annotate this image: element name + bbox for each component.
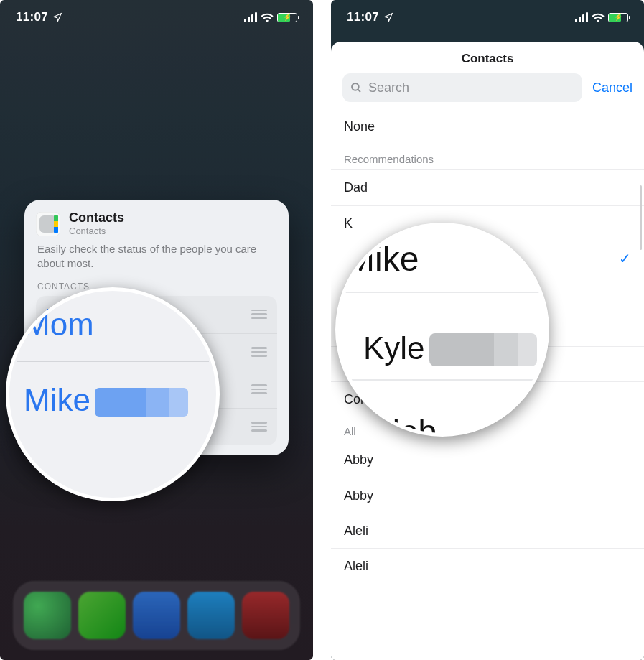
search-icon [350,81,363,94]
search-input[interactable]: Search [342,73,582,102]
list-item-label: Aleli [344,559,368,574]
magnifier: Mom Mike [6,287,220,501]
search-placeholder: Search [368,80,409,96]
list-item-label: Dad [344,180,368,195]
section-header-recommendations: Recommendations [331,144,644,170]
status-time: 11:07 [16,10,48,24]
status-bar: 11:07 ⚡ [0,0,313,34]
wifi-icon [261,13,274,22]
redaction [429,333,537,366]
cancel-button[interactable]: Cancel [592,80,633,96]
cell-signal-icon [244,12,257,22]
list-item-label: Abby [344,488,373,503]
sheet-title: Contacts [331,42,644,73]
svg-point-0 [352,83,359,90]
battery-icon: ⚡ [277,13,297,22]
wifi-icon [592,13,605,22]
battery-icon: ⚡ [608,13,628,22]
reorder-grip-icon[interactable] [251,347,267,356]
cell-signal-icon [575,12,588,22]
list-item-label: Aleli [344,524,368,539]
list-item-label: Abby [344,452,373,468]
reorder-grip-icon[interactable] [251,310,267,319]
list-item-none[interactable]: None [331,109,644,144]
list-item[interactable]: Aleli [331,513,644,548]
widget-description: Easily check the status of the people yo… [37,242,276,271]
list-item[interactable]: Aleli [331,548,644,583]
status-bar: 11:07 ⚡ [331,0,644,34]
checkmark-icon: ✓ [619,250,631,267]
redaction [95,388,188,417]
reorder-grip-icon[interactable] [251,422,267,431]
magnified-contact: Mike [24,382,90,417]
list-item-label: None [344,119,375,134]
list-item[interactable]: Dad [331,170,644,205]
list-item[interactable]: Abby [331,442,644,478]
location-icon [383,12,393,22]
list-item-label: K [344,216,353,231]
list-item[interactable]: Abby [331,478,644,513]
magnifier: Mike Kyle Caleb [335,223,549,437]
widget-title: Contacts [69,211,124,224]
reorder-grip-icon[interactable] [251,384,267,394]
widget-section-label: CONTACTS [37,282,276,292]
svg-line-1 [358,89,360,92]
contacts-app-icon [36,212,60,236]
magnified-contact: Kyle [363,330,425,366]
location-icon [52,12,62,22]
widget-subtitle: Contacts [69,226,124,236]
home-dock [13,581,300,650]
status-time: 11:07 [347,10,379,24]
scroll-indicator [640,185,642,250]
